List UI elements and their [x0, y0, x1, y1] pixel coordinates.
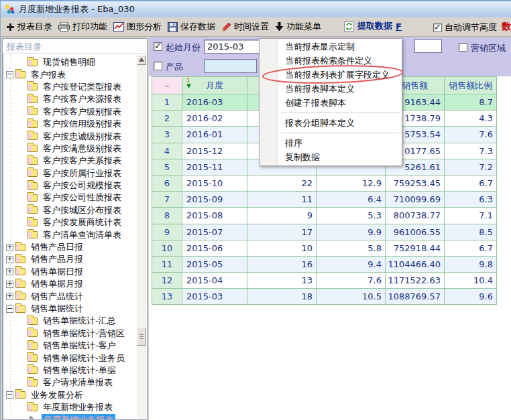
ratio-cell[interactable]: 7.3 — [445, 143, 497, 159]
graph-analysis-button[interactable]: 图形分析 — [113, 21, 162, 33]
amount-cell[interactable]: 759253.45 — [386, 175, 445, 191]
table-row[interactable]: 122015-04137.61171522.6310.4 — [152, 273, 497, 289]
month-cell[interactable]: 2016-01 — [182, 127, 247, 143]
function-menu-button[interactable]: 功能菜单 — [275, 21, 321, 33]
menu-item[interactable]: 当前报表显示定制 — [260, 40, 402, 54]
percent-cell[interactable]: 5.3 — [317, 208, 386, 224]
row-number-cell[interactable]: 6 — [152, 175, 182, 191]
month-cell[interactable]: 2015-09 — [182, 192, 247, 208]
scroll-up-icon[interactable] — [137, 55, 146, 65]
table-row[interactable]: 62015-102212.9759253.456.7 — [152, 175, 497, 191]
menu-item[interactable]: 排序 — [260, 136, 402, 150]
tree-item[interactable]: 客户按满意级别报表 — [3, 143, 136, 155]
expand-toggle-icon[interactable]: − — [6, 391, 13, 399]
start-month-input[interactable] — [204, 40, 264, 54]
amount-cell[interactable]: 1104466.40 — [386, 256, 445, 272]
row-number-cell[interactable]: 1 — [152, 94, 182, 111]
expand-toggle-icon[interactable]: − — [6, 305, 13, 313]
ratio-cell[interactable]: 7.1 — [445, 208, 497, 224]
end-month-input[interactable] — [414, 40, 442, 53]
month-cell[interactable]: 2016-03 — [182, 94, 247, 111]
amount-cell[interactable]: 1088769.57 — [386, 289, 445, 305]
row-number-cell[interactable]: 11 — [152, 256, 182, 272]
menu-item[interactable]: 当前报表脚本定义 — [260, 82, 402, 96]
product-checkbox[interactable] — [154, 62, 162, 70]
tree-item[interactable]: 销售单据统计-单据 — [3, 364, 136, 376]
count-cell[interactable]: 16 — [247, 256, 317, 272]
expand-toggle-icon[interactable]: + — [6, 293, 13, 300]
percent-cell[interactable]: 5.8 — [317, 240, 386, 256]
table-row[interactable]: 92015-07179.9961006.558.5 — [152, 224, 497, 240]
tree-item[interactable]: 客户按所属行业报表 — [3, 167, 136, 180]
table-row[interactable]: 132015-031810.51088769.579.6 — [152, 289, 497, 305]
tree-item[interactable]: + 销售单据日报 — [3, 266, 136, 278]
count-cell[interactable]: 10 — [247, 240, 317, 256]
ratio-cell[interactable]: 6.3 — [445, 192, 497, 208]
menu-item[interactable]: 创建子报表脚本 — [260, 96, 402, 110]
count-cell[interactable]: 18 — [247, 289, 317, 305]
menu-item-circled[interactable]: 当前报表列表扩展字段定义 — [260, 68, 402, 82]
table-row[interactable]: 82015-0895.3800738.777.1 — [152, 208, 497, 224]
row-number-cell[interactable]: 9 — [152, 224, 182, 240]
row-number-cell[interactable]: 8 — [152, 208, 182, 224]
tree-item[interactable]: 销售单据统计-汇总 — [3, 315, 136, 327]
tree-scrollbar[interactable] — [137, 55, 146, 419]
row-number-cell[interactable]: 12 — [152, 273, 182, 289]
tree-item[interactable]: ✎ 月度新增业务报表 — [3, 413, 136, 419]
count-cell[interactable]: 13 — [247, 273, 317, 289]
tree-item[interactable]: 客户清单查询清单表 — [3, 228, 136, 240]
expand-toggle-icon[interactable]: + — [6, 281, 13, 288]
ratio-cell[interactable]: 9.6 — [445, 289, 497, 305]
ratio-cell[interactable]: 4.3 — [445, 111, 497, 127]
month-cell[interactable]: 2015-12 — [182, 143, 247, 159]
auto-height-toggle[interactable]: 自动调节高度 — [433, 21, 497, 33]
tree-item[interactable]: 客户按客户关系报表 — [3, 155, 136, 167]
menu-item[interactable]: 报表分组脚本定义 — [260, 116, 402, 130]
row-number-cell[interactable]: 13 — [152, 289, 182, 305]
month-cell[interactable]: 2015-10 — [182, 175, 247, 191]
tree-item[interactable]: 客户按客户级别报表 — [3, 106, 136, 118]
tree-item[interactable]: 现货销售明细 — [3, 56, 136, 68]
amount-cell[interactable]: 710099.69 — [386, 192, 445, 208]
extract-data-button[interactable]: 提取数据F — [344, 20, 402, 32]
expand-toggle-icon[interactable]: + — [6, 244, 13, 251]
report-catalog-button[interactable]: 报表目录 — [6, 21, 52, 33]
row-number-cell[interactable]: 3 — [152, 127, 182, 143]
ratio-cell[interactable]: 6.7 — [445, 175, 497, 191]
row-number-cell[interactable]: 4 — [152, 143, 182, 159]
amount-cell[interactable]: 961006.55 — [386, 224, 445, 240]
count-cell[interactable]: 22 — [247, 175, 317, 191]
row-number-cell[interactable]: 5 — [152, 159, 182, 175]
month-cell[interactable]: 2015-05 — [182, 256, 247, 272]
tree-item[interactable]: 客户按信用级别报表 — [3, 118, 136, 130]
count-cell[interactable]: 17 — [247, 224, 317, 240]
column-header[interactable]: – — [152, 77, 182, 94]
month-cell[interactable]: 2015-03 — [182, 289, 247, 305]
time-settings-button[interactable]: 时间设置 — [221, 21, 269, 33]
ratio-cell[interactable]: 7.6 — [445, 127, 497, 143]
tree-item[interactable]: 客户按登记类型报表 — [3, 81, 136, 93]
row-number-cell[interactable]: 7 — [152, 192, 182, 208]
tree-item[interactable]: − 客户报表 — [3, 68, 136, 80]
percent-cell[interactable]: 9.9 — [317, 224, 386, 240]
save-data-button[interactable]: 保存数据 — [168, 21, 215, 33]
ratio-cell[interactable]: 10.4 — [445, 273, 497, 289]
expand-toggle-icon[interactable]: + — [6, 256, 13, 263]
tree-item[interactable]: 客户按忠诚级别报表 — [3, 130, 136, 142]
tree-item[interactable]: 销售单据统计-营销区 — [3, 328, 136, 340]
product-input[interactable] — [204, 59, 257, 73]
expand-toggle-icon[interactable]: − — [6, 71, 13, 78]
percent-cell[interactable]: 10.5 — [317, 289, 386, 305]
table-row[interactable]: 72015-09116.4710099.696.3 — [152, 192, 497, 208]
percent-cell[interactable]: 9.4 — [317, 256, 386, 272]
tree-item[interactable]: 客户按发展商统计表 — [3, 216, 136, 228]
tree-item[interactable]: + 销售产品统计 — [3, 290, 136, 302]
month-cell[interactable]: 2015-07 — [182, 224, 247, 240]
table-row[interactable]: 112015-05169.41104466.409.8 — [152, 256, 497, 272]
ratio-cell[interactable]: 8.5 — [445, 224, 497, 240]
auto-height-checkbox[interactable] — [433, 23, 442, 32]
month-cell[interactable]: 2015-04 — [182, 273, 247, 289]
month-cell[interactable]: 2015-11 — [182, 159, 247, 175]
tree-item[interactable]: + 销售产品月报 — [3, 253, 136, 265]
percent-cell[interactable]: 12.9 — [317, 175, 386, 191]
